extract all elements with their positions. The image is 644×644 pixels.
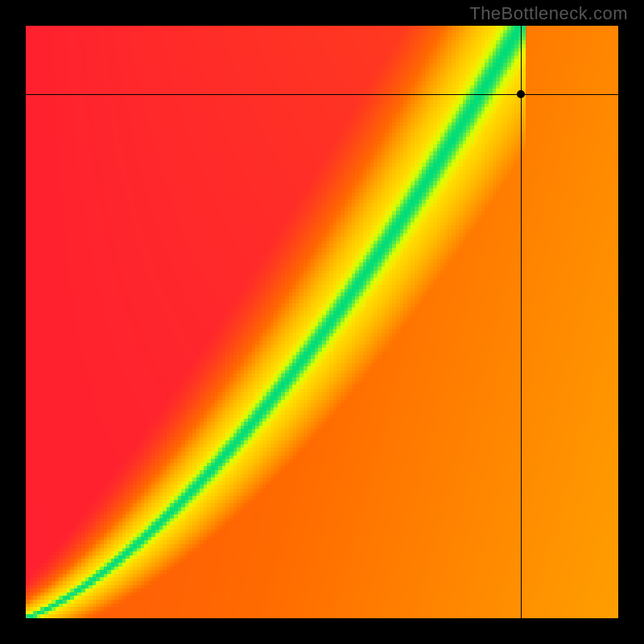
heatmap-plot <box>26 26 618 618</box>
heatmap-canvas <box>26 26 618 618</box>
watermark-text: TheBottleneck.com <box>469 3 628 24</box>
